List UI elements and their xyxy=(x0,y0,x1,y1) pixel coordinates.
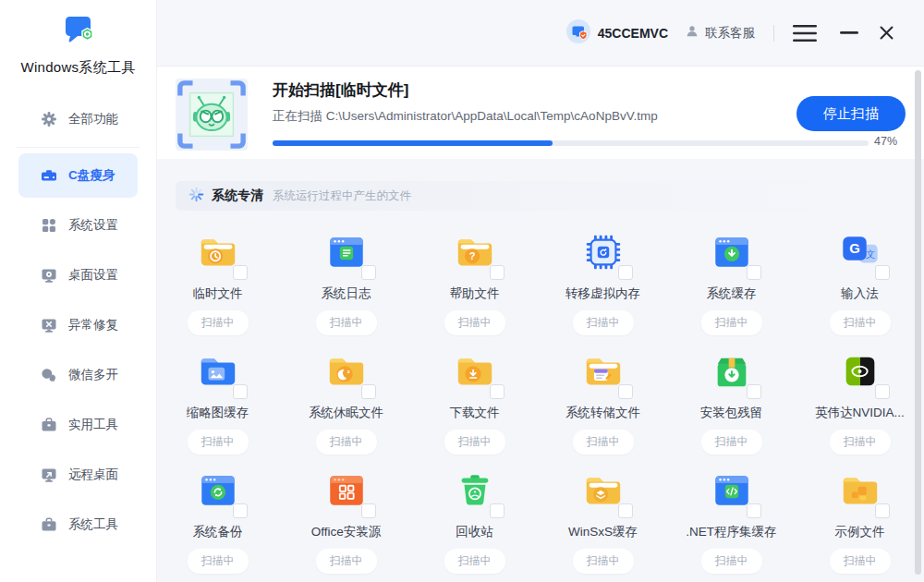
sidebar-item-label: 实用工具 xyxy=(68,417,118,433)
contact-support-button[interactable]: 联系客服 xyxy=(685,24,755,42)
grid-item-folder-download[interactable]: 下载文件 扫描中 xyxy=(410,350,539,455)
item-checkbox[interactable] xyxy=(233,503,248,518)
item-label: 系统转储文件 xyxy=(565,405,640,421)
grid-item-recycle-bin[interactable]: 回收站 扫描中 xyxy=(410,469,539,574)
scan-progress-fill xyxy=(273,140,553,146)
item-checkbox[interactable] xyxy=(361,384,376,399)
sidebar: Windows系统工具 全部功能 C盘瘦身 系统设置 桌面设置 异常修复 微信多… xyxy=(0,0,157,582)
drive-icon xyxy=(41,167,57,184)
scrollbar[interactable] xyxy=(915,70,921,575)
item-label: 系统备份 xyxy=(193,524,243,540)
sidebar-item-label: 全部功能 xyxy=(68,111,118,127)
main-content: 系统专清 系统运行过程中产生的文件 临时文件 扫描中 系统日志 扫描中 ? 帮助… xyxy=(157,159,924,582)
grid-item-chip-refresh[interactable]: 转移虚拟内存 扫描中 xyxy=(539,231,667,335)
item-checkbox[interactable] xyxy=(361,503,376,518)
account-chip[interactable]: 45CCEMVC xyxy=(566,19,668,47)
grid-item-folder-dump[interactable]: 系统转储文件 扫描中 xyxy=(539,350,667,455)
item-status-badge: 扫描中 xyxy=(188,430,249,455)
grid-item-window-download[interactable]: 系统缓存 扫描中 xyxy=(667,231,796,335)
scan-header: 开始扫描[临时文件] 正在扫描 C:\Users\Administrator\A… xyxy=(157,67,924,159)
grid-item-folder-layers[interactable]: WinSxS缓存 扫描中 xyxy=(539,469,667,574)
grid-item-folder-clock[interactable]: 临时文件 扫描中 xyxy=(153,231,282,335)
item-status-badge: 扫描中 xyxy=(444,310,505,335)
account-id: 45CCEMVC xyxy=(598,26,668,41)
grid-item-folder-question[interactable]: ? 帮助文件 扫描中 xyxy=(410,231,539,335)
item-label: 系统休眠文件 xyxy=(309,405,383,421)
item-status-badge: 扫描中 xyxy=(830,430,891,455)
item-checkbox[interactable] xyxy=(490,503,505,518)
item-checkbox[interactable] xyxy=(233,384,248,399)
sidebar-item-system-tools[interactable]: 系统工具 xyxy=(18,503,138,547)
item-checkbox[interactable] xyxy=(490,265,505,280)
scan-status: 正在扫描 C:\Users\Administrator\AppData\Loca… xyxy=(273,108,658,125)
item-checkbox[interactable] xyxy=(233,265,248,280)
item-label: 输入法 xyxy=(841,285,879,302)
grid-item-nvidia[interactable]: 英伟达NVIDIA... 扫描中 xyxy=(796,350,924,455)
item-status-badge: 扫描中 xyxy=(188,549,249,574)
item-label: 缩略图缓存 xyxy=(187,405,249,421)
item-checkbox[interactable] xyxy=(747,265,761,280)
item-label: 下载文件 xyxy=(450,405,500,421)
svg-text:?: ? xyxy=(468,250,475,261)
scan-progress-bar xyxy=(273,140,869,146)
grid-item-window-sync[interactable]: 系统备份 扫描中 xyxy=(153,469,282,574)
item-status-badge: 扫描中 xyxy=(573,549,634,574)
sidebar-item-remote-desktop[interactable]: 远程桌面 xyxy=(18,453,138,497)
app-logo-icon xyxy=(60,37,97,53)
item-checkbox[interactable] xyxy=(875,503,890,518)
grid-item-folder-samples[interactable]: 示例文件 扫描中 xyxy=(796,469,924,574)
monitor-tools-icon xyxy=(41,317,57,333)
sidebar-item-utilities[interactable]: 实用工具 xyxy=(18,403,138,447)
sidebar-item-label: 远程桌面 xyxy=(68,467,118,483)
sidebar-item-desktop-settings[interactable]: 桌面设置 xyxy=(18,253,138,297)
item-checkbox[interactable] xyxy=(618,384,633,399)
briefcase-icon xyxy=(41,516,57,533)
item-label: 系统缓存 xyxy=(707,285,757,302)
item-label: 英伟达NVIDIA... xyxy=(815,405,905,421)
grid-item-window-code[interactable]: .NET程序集缓存 扫描中 xyxy=(667,469,796,574)
grid-item-folder-image[interactable]: 缩略图缓存 扫描中 xyxy=(153,350,282,455)
scan-path: C:\Users\Administrator\AppData\Local\Tem… xyxy=(326,109,658,123)
app-title: Windows系统工具 xyxy=(0,59,156,77)
section-subtitle: 系统运行过程中产生的文件 xyxy=(273,188,411,204)
item-status-badge: 扫描中 xyxy=(830,310,891,335)
item-checkbox[interactable] xyxy=(490,384,505,399)
sidebar-item-wechat-multi[interactable]: 微信多开 xyxy=(18,353,138,397)
minimize-button[interactable] xyxy=(840,31,858,35)
sidebar-item-c-drive-slim[interactable]: C盘瘦身 xyxy=(18,153,138,198)
spinner-icon xyxy=(188,187,204,206)
sidebar-item-error-repair[interactable]: 异常修复 xyxy=(18,303,138,347)
item-checkbox[interactable] xyxy=(747,503,761,518)
robot-scan-icon xyxy=(176,79,248,151)
svg-text:G: G xyxy=(849,241,860,256)
grid-item-folder-moon[interactable]: z 系统休眠文件 扫描中 xyxy=(282,350,410,455)
sidebar-item-system-settings[interactable]: 系统设置 xyxy=(18,203,138,248)
item-checkbox[interactable] xyxy=(361,265,376,280)
sidebar-item-all-features[interactable]: 全部功能 xyxy=(18,97,138,141)
item-checkbox[interactable] xyxy=(875,265,890,280)
sidebar-item-label: 异常修复 xyxy=(68,317,118,333)
item-checkbox[interactable] xyxy=(875,384,890,399)
grid-item-box-download[interactable]: 安装包残留 扫描中 xyxy=(667,350,796,455)
grid-item-window-list[interactable]: 系统日志 扫描中 xyxy=(282,231,410,335)
person-icon xyxy=(685,24,699,42)
section-title: 系统专清 xyxy=(212,188,263,204)
close-icon xyxy=(879,25,894,41)
item-status-badge: 扫描中 xyxy=(701,549,762,574)
menu-button[interactable] xyxy=(793,24,817,42)
grid-item-office[interactable]: Office安装源 扫描中 xyxy=(282,469,410,574)
item-label: Office安装源 xyxy=(311,524,382,540)
item-checkbox[interactable] xyxy=(618,265,633,280)
svg-text:文: 文 xyxy=(865,249,875,260)
item-status-badge: 扫描中 xyxy=(188,310,249,335)
item-checkbox[interactable] xyxy=(747,384,761,399)
item-label: .NET程序集缓存 xyxy=(686,524,776,540)
monitor-arrow-icon xyxy=(41,467,57,483)
grid-item-translate[interactable]: 文G 输入法 扫描中 xyxy=(796,231,924,335)
item-label: 安装包残留 xyxy=(700,405,763,421)
item-status-badge: 扫描中 xyxy=(444,430,505,455)
close-button[interactable] xyxy=(879,25,894,41)
item-checkbox[interactable] xyxy=(618,503,633,518)
sidebar-item-label: 桌面设置 xyxy=(68,267,118,284)
stop-scan-button[interactable]: 停止扫描 xyxy=(796,96,906,131)
